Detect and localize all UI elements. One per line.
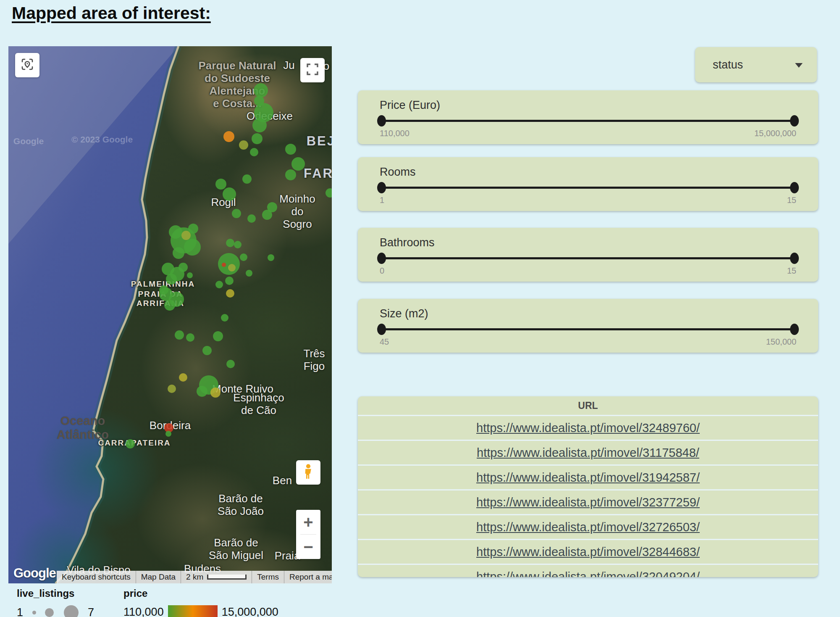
rooms-slider-min-handle[interactable]	[377, 182, 386, 193]
map-marker[interactable]	[240, 253, 247, 261]
map-marker[interactable]	[168, 385, 176, 393]
zoom-out-button[interactable]: −	[296, 535, 320, 559]
rooms-slider-panel: Rooms 1 15	[358, 157, 818, 211]
map-marker[interactable]	[226, 239, 234, 247]
chevron-down-icon	[795, 63, 803, 68]
map-marker[interactable]	[215, 281, 223, 288]
map-marker[interactable]	[222, 263, 226, 267]
map-marker[interactable]	[252, 133, 262, 144]
map-marker[interactable]	[225, 277, 234, 285]
map-marker[interactable]	[187, 272, 193, 278]
zoom-in-button[interactable]: +	[296, 510, 320, 534]
size-legend-title: live_listings	[17, 588, 94, 599]
map-marker[interactable]	[179, 373, 187, 382]
map-marker[interactable]	[267, 202, 277, 212]
report-map-error-link[interactable]: Report a map error	[284, 571, 332, 583]
listing-url-link[interactable]: https://www.idealista.pt/imovel/32377259…	[476, 496, 700, 509]
map-marker[interactable]	[169, 225, 182, 239]
listing-url-link[interactable]: https://www.idealista.pt/imovel/32844683…	[476, 545, 700, 559]
map-marker[interactable]	[285, 144, 296, 155]
map-data-link[interactable]: Map Data	[136, 571, 181, 583]
map-marker[interactable]	[252, 118, 267, 132]
map-marker[interactable]	[228, 264, 236, 272]
map-marker[interactable]	[186, 333, 194, 342]
color-legend-title: price	[123, 588, 278, 599]
bathrooms-slider-max-handle[interactable]	[790, 253, 799, 264]
price-slider-track[interactable]	[381, 120, 795, 122]
map-marker[interactable]	[223, 131, 234, 142]
table-row: https://www.idealista.pt/imovel/31175848…	[358, 440, 818, 464]
size-slider-max-handle[interactable]	[790, 324, 799, 335]
map-marker[interactable]	[234, 241, 242, 248]
map-marker[interactable]	[218, 253, 240, 275]
pegman-button[interactable]	[296, 460, 320, 485]
size-legend: live_listings 1 7	[17, 588, 94, 617]
bathrooms-slider-min-value: 0	[380, 266, 384, 276]
map-marker[interactable]	[326, 188, 332, 198]
map-satellite[interactable]: Parque Natural do Sudoeste Alentejano e …	[8, 46, 332, 583]
google-logo[interactable]: Google	[13, 566, 56, 581]
table-row: https://www.idealista.pt/imovel/31942587…	[358, 464, 818, 489]
listing-url-link[interactable]: https://www.idealista.pt/imovel/32726503…	[476, 520, 700, 534]
location-crosshair-icon	[20, 57, 34, 73]
map-marker[interactable]	[188, 224, 198, 234]
map-marker[interactable]	[215, 179, 226, 190]
map-marker[interactable]	[254, 83, 268, 98]
map-marker[interactable]	[291, 157, 305, 171]
map-marker[interactable]	[165, 431, 171, 437]
map-marker[interactable]	[232, 209, 241, 218]
map-marker[interactable]	[173, 247, 184, 259]
legend: live_listings 1 7 price 110,000 15,000,0…	[17, 588, 278, 617]
map-marker[interactable]	[250, 148, 258, 156]
map-marker[interactable]	[126, 439, 135, 448]
size-legend-dot-small	[32, 611, 36, 614]
map-marker[interactable]	[221, 314, 228, 322]
size-slider-track[interactable]	[381, 328, 795, 330]
map-marker[interactable]	[268, 254, 274, 261]
map-marker[interactable]	[239, 140, 248, 150]
bathrooms-slider-panel: Bathrooms 0 15	[358, 228, 818, 282]
map-marker[interactable]	[285, 169, 296, 180]
color-legend-max: 15,000,000	[222, 606, 278, 617]
price-slider-min-handle[interactable]	[377, 115, 386, 127]
map-marker[interactable]	[184, 239, 201, 256]
map-marker[interactable]	[242, 174, 252, 184]
terms-link[interactable]: Terms	[252, 571, 284, 583]
map-marker[interactable]	[247, 214, 256, 223]
map-marker[interactable]	[175, 330, 184, 340]
price-slider-max-value: 15,000,000	[754, 129, 796, 138]
size-legend-min: 1	[17, 606, 23, 617]
map-marker[interactable]	[178, 263, 188, 272]
status-dropdown[interactable]: status	[695, 47, 817, 82]
map-marker[interactable]	[246, 270, 252, 277]
map-marker[interactable]	[202, 346, 212, 355]
size-legend-max: 7	[88, 606, 94, 617]
map-marker[interactable]	[164, 300, 175, 311]
map-marker[interactable]	[213, 331, 223, 341]
size-slider-panel: Size (m2) 45 150,000	[358, 299, 818, 353]
size-slider-min-handle[interactable]	[377, 324, 386, 335]
map-marker[interactable]	[210, 388, 220, 398]
listing-url-link[interactable]: https://www.idealista.pt/imovel/31175848…	[477, 446, 699, 460]
pan-to-location-button[interactable]	[15, 53, 39, 77]
bathrooms-slider-min-handle[interactable]	[377, 253, 386, 264]
listing-url-link[interactable]: https://www.idealista.pt/imovel/32489760…	[476, 421, 700, 435]
bathrooms-slider-track[interactable]	[381, 257, 795, 259]
table-row: https://www.idealista.pt/imovel/32489760…	[358, 415, 818, 440]
rooms-slider-max-handle[interactable]	[790, 182, 799, 193]
table-row: https://www.idealista.pt/imovel/32049204…	[358, 564, 818, 577]
map-marker[interactable]	[226, 289, 234, 298]
listing-url-link[interactable]: https://www.idealista.pt/imovel/32049204…	[476, 570, 700, 577]
map-marker[interactable]	[197, 386, 207, 397]
map-marker[interactable]	[166, 274, 177, 285]
rooms-slider-track[interactable]	[381, 187, 795, 189]
keyboard-shortcuts-link[interactable]: Keyboard shortcuts	[57, 571, 136, 583]
zoom-control: + −	[296, 510, 320, 559]
map-marker[interactable]	[226, 360, 235, 368]
price-slider-max-handle[interactable]	[790, 115, 799, 127]
map-marker[interactable]	[159, 285, 168, 295]
fullscreen-button[interactable]	[300, 58, 325, 82]
map-marker[interactable]	[223, 187, 236, 201]
listing-url-link[interactable]: https://www.idealista.pt/imovel/31942587…	[476, 471, 700, 485]
color-legend-min: 110,000	[123, 606, 164, 617]
